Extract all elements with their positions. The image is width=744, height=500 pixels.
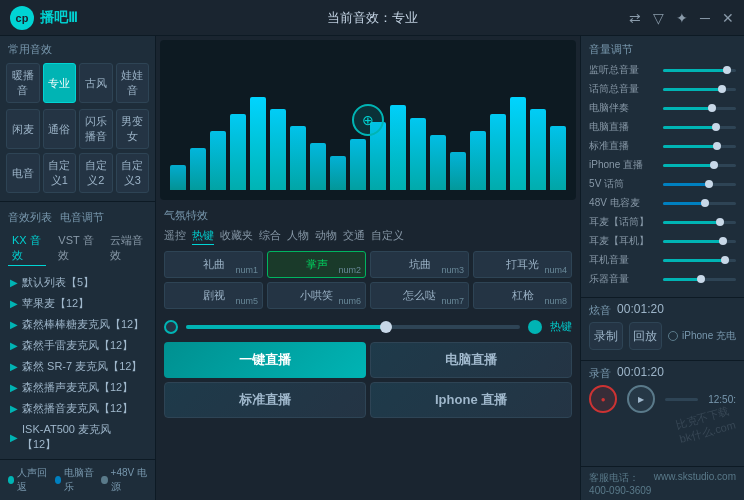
sound-item-forest3[interactable]: ▶ 森然播声麦克风【12】 (6, 377, 149, 398)
vol-label-mic: 话筒总音量 (589, 82, 659, 96)
preset-idle[interactable]: 闲麦 (6, 109, 40, 149)
vol-row-accompaniment: 电脑伴奏 (589, 101, 736, 115)
vol-slider-headphone[interactable] (663, 259, 736, 262)
tab-kx[interactable]: KX 音效 (8, 231, 46, 266)
preset-row-3: 电音 自定义1 自定义2 自定义3 (0, 153, 155, 197)
rec-title: 录音 (589, 366, 611, 381)
current-effect-label: 当前音效：专业 (327, 9, 418, 27)
shuffle-icon[interactable]: ⇄ (629, 10, 641, 26)
human-echo-dot (8, 476, 14, 484)
fx-playback-btn[interactable]: 回放 (629, 322, 662, 350)
preset-ancient[interactable]: 古风 (79, 63, 113, 103)
hot-slider-left-btn[interactable] (164, 320, 178, 334)
sound-list: ▶ 默认列表【5】 ▶ 苹果麦【12】 ▶ 森然棒棒糖麦克风【12】 ▶ 森然手… (0, 270, 155, 459)
atmo-tab-traffic[interactable]: 交通 (343, 227, 365, 245)
vol-slider-48v[interactable] (663, 202, 736, 205)
atmo-btn-clap[interactable]: 掌声num2 (267, 251, 366, 278)
pc-live-btn[interactable]: 电脑直播 (370, 342, 572, 378)
sound-item-text-1: 苹果麦【12】 (22, 296, 89, 311)
fx-btn-row: 录制 回放 iPhone 充电 (589, 322, 736, 350)
sound-item-sr7[interactable]: ▶ 森然 SR-7 麦克风【12】 (6, 356, 149, 377)
iphone-charge-label: iPhone 充电 (682, 329, 736, 343)
arrow-icon-7: ▶ (10, 432, 18, 443)
atmo-btn-keng[interactable]: 坑曲num3 (370, 251, 469, 278)
atmo-tab-person[interactable]: 人物 (287, 227, 309, 245)
vol-row-5v: 5V 话筒 (589, 177, 736, 191)
close-btn[interactable]: ✕ (722, 10, 734, 26)
sound-item-default[interactable]: ▶ 默认列表【5】 (6, 272, 149, 293)
vol-slider-pc-live[interactable] (663, 126, 736, 129)
sound-item-forest2[interactable]: ▶ 森然手雷麦克风【12】 (6, 335, 149, 356)
preset-pro[interactable]: 专业 (43, 63, 77, 103)
power-48v-toggle[interactable]: +48V 电源 (101, 466, 147, 494)
preset-baby[interactable]: 娃娃音 (116, 63, 150, 103)
pc-music-toggle[interactable]: 电脑音乐 (55, 466, 96, 494)
atmo-tab-animal[interactable]: 动物 (315, 227, 337, 245)
hot-slider[interactable] (186, 325, 520, 329)
atmo-tab-all[interactable]: 综合 (259, 227, 281, 245)
preset-electric[interactable]: 电音 (6, 153, 40, 193)
one-click-live-btn[interactable]: 一键直播 (164, 342, 366, 378)
sound-item-isk500[interactable]: ▶ ISK-AT500 麦克风【12】 (6, 419, 149, 455)
vol-slider-instrument[interactable] (663, 278, 736, 281)
atmo-tab-fav[interactable]: 收藏夹 (220, 227, 253, 245)
rec-start-btn[interactable]: ● (589, 385, 617, 413)
sound-item-apple[interactable]: ▶ 苹果麦【12】 (6, 293, 149, 314)
action-buttons: 一键直播 电脑直播 标准直播 Iphone 直播 (156, 338, 580, 422)
atmo-btn-drama[interactable]: 剧视num5 (164, 282, 263, 309)
arrow-icon-6: ▶ (10, 403, 18, 414)
preset-custom3[interactable]: 自定义3 (116, 153, 150, 193)
vol-slider-5v[interactable] (663, 183, 736, 186)
preset-custom2[interactable]: 自定义2 (79, 153, 113, 193)
menu-icon[interactable]: ▽ (653, 10, 664, 26)
hot-slider-right-btn[interactable] (528, 320, 542, 334)
vol-slider-earphone[interactable] (663, 240, 736, 243)
arrow-icon-5: ▶ (10, 382, 18, 393)
rec-play-btn[interactable]: ▶ (627, 385, 655, 413)
preset-pop[interactable]: 通俗 (43, 109, 77, 149)
vol-slider-earmic[interactable] (663, 221, 736, 224)
iphone-live-btn[interactable]: Iphone 直播 (370, 382, 572, 418)
vol-slider-iphone-live[interactable] (663, 164, 736, 167)
vol-label-accompaniment: 电脑伴奏 (589, 101, 659, 115)
human-echo-toggle[interactable]: 人声回返 (8, 466, 49, 494)
rec-timestamp: 12:50: (708, 394, 736, 405)
tab-cloud[interactable]: 云端音效 (106, 231, 148, 266)
atmo-section: 气氛特效 遥控 热键 收藏夹 综合 人物 动物 交通 自定义 礼曲num1 掌声… (156, 204, 580, 313)
preset-row-1: 暖播音 专业 古风 娃娃音 (0, 61, 155, 109)
vol-slider-std-live[interactable] (663, 145, 736, 148)
atmo-tab-remote[interactable]: 遥控 (164, 227, 186, 245)
vol-slider-accompaniment[interactable] (663, 107, 736, 110)
pin-icon[interactable]: ✦ (676, 10, 688, 26)
fx-time: 00:01:20 (617, 302, 664, 316)
atmo-btn-liqu[interactable]: 礼曲num1 (164, 251, 263, 278)
standard-live-btn[interactable]: 标准直播 (164, 382, 366, 418)
fx-record-btn[interactable]: 录制 (589, 322, 622, 350)
tab-vst[interactable]: VST 音效 (54, 231, 97, 266)
vol-slider-mic[interactable] (663, 88, 736, 91)
atmo-btn-laugh[interactable]: 小哄笑num6 (267, 282, 366, 309)
sound-item-forest1[interactable]: ▶ 森然棒棒糖麦克风【12】 (6, 314, 149, 335)
vol-row-48v: 48V 电容麦 (589, 196, 736, 210)
sound-item-text-6: 森然播音麦克风【12】 (22, 401, 133, 416)
minimize-btn[interactable]: ─ (700, 10, 710, 26)
atmo-grid: 礼曲num1 掌声num2 坑曲num3 打耳光num4 剧视num5 小哄笑n… (164, 251, 572, 309)
atmo-tab-custom[interactable]: 自定义 (371, 227, 404, 245)
atmo-btn-gun[interactable]: 杠枪num8 (473, 282, 572, 309)
power-48v-label: +48V 电源 (111, 466, 148, 494)
vol-row-monitor: 监听总音量 (589, 63, 736, 77)
vol-label-std-live: 标准直播 (589, 139, 659, 153)
rec-progress (665, 398, 698, 401)
preset-warm[interactable]: 暖播音 (6, 63, 40, 103)
atmo-tab-hotkey[interactable]: 热键 (192, 227, 214, 245)
atmo-btn-slap[interactable]: 打耳光num4 (473, 251, 572, 278)
vol-label-instrument: 乐器音量 (589, 272, 659, 286)
vol-slider-monitor[interactable] (663, 69, 736, 72)
preset-custom1[interactable]: 自定义1 (43, 153, 77, 193)
preset-flash[interactable]: 闪乐播音 (79, 109, 113, 149)
atmo-btn-wow[interactable]: 怎么哒num7 (370, 282, 469, 309)
hot-slider-knob[interactable] (380, 321, 392, 333)
sound-item-forest4[interactable]: ▶ 森然播音麦克风【12】 (6, 398, 149, 419)
divider-1 (0, 201, 155, 202)
preset-malefemale[interactable]: 男变女 (116, 109, 150, 149)
